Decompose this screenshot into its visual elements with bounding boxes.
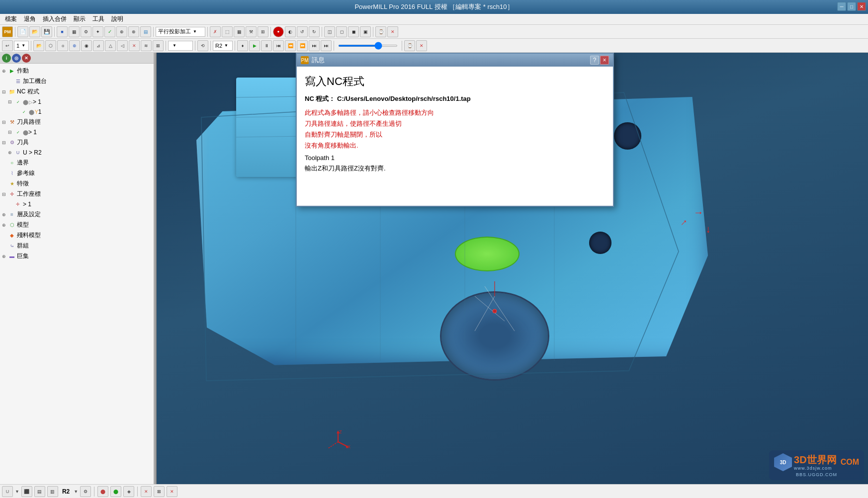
play-btn[interactable]: ▶ [249,40,260,51]
bottom-btn-c[interactable]: ◈ [123,486,134,497]
btn-q[interactable]: ↻ [309,26,320,37]
btn-i[interactable]: ✗ [210,26,221,37]
menu-view[interactable]: 退角 [21,14,39,24]
t2-btn-e[interactable]: ◉ [81,40,92,51]
bottom-btn-a[interactable]: ⬤ [97,486,108,497]
tree-item-model[interactable]: ⊕ ⬡ 模型 [0,220,156,230]
bottom-icon-u[interactable]: U [2,486,13,497]
tree-item-tp-1[interactable]: ⊟ ✓ ⬤ > 1 [0,127,156,137]
tree-item-layers[interactable]: ⊕ ≡ 層及設定 [0,209,156,220]
bottom-btn-e[interactable]: ⊠ [154,486,165,497]
tree-item-nc-programs[interactable]: ⊟ 📁 NC 程式 [0,86,156,97]
btn-f[interactable]: ⊕ [116,26,127,37]
menu-display[interactable]: 顯示 [71,14,88,24]
fwd-btn[interactable]: ⏩ [297,40,308,51]
panel-icon-blue[interactable]: ◎ [12,54,21,63]
t2-btn-j[interactable]: ≋ [141,40,152,51]
btn-p[interactable]: ↺ [297,26,308,37]
t2-close[interactable]: ✕ [416,40,427,51]
maximize-button[interactable]: □ [847,2,856,11]
dialog-help-button[interactable]: ? [590,56,599,65]
prev-btn[interactable]: ⏮ [273,40,284,51]
undo-btn[interactable]: ↩ [2,40,13,51]
tree-item-ref-lines[interactable]: ⌇ 參考線 [0,168,156,178]
sim-btn-1[interactable]: ⬛ [21,486,32,497]
tree-item-workcoord[interactable]: ⊟ ✛ 工作座標 [0,189,156,199]
panel-icon-red[interactable]: ✕ [22,54,31,63]
tree-item-toolpath[interactable]: ⊟ ⚒ 刀具路徑 [0,117,156,127]
btn-u[interactable]: ▣ [360,26,371,37]
tree-item-machine[interactable]: ☰ 加工機台 [0,76,156,86]
t2-btn-h[interactable]: ◁ [117,40,128,51]
btn-o[interactable]: ◐ [285,26,296,37]
t2-btn-m[interactable]: ♦ [237,40,248,51]
btn-j[interactable]: ⬚ [222,26,233,37]
btn-r[interactable]: ◫ [324,26,335,37]
r2-dropdown[interactable]: R2 ▼ [213,41,233,51]
t2-btn-l[interactable]: ⟲ [197,40,208,51]
t2-btn-g[interactable]: △ [105,40,116,51]
close-button[interactable]: ✕ [857,2,866,11]
tree-item-stock[interactable]: ◆ 殘料模型 [0,230,156,241]
open-button[interactable]: 📂 [29,26,40,37]
btn-x[interactable]: ✕ [387,26,398,37]
t2-btn-n[interactable]: ⌚ [404,40,415,51]
sim-btn-2[interactable]: ▤ [34,486,45,497]
menu-insert[interactable]: 插入合併 [40,14,70,24]
history-dropdown[interactable]: 1 ▼ [14,41,29,51]
bottom-btn-d[interactable]: ✕ [141,486,152,497]
tree-item-macro[interactable]: ⊕ ▬ 巨集 [0,251,156,261]
tree-item-action[interactable]: ⊕ ▶ 作動 [0,66,156,76]
tree-item-boundary[interactable]: ○ 邊界 [0,158,156,168]
btn-t[interactable]: ◼ [348,26,359,37]
minimize-button[interactable]: ─ [837,2,846,11]
t2-btn-k[interactable]: ⊠ [153,40,164,51]
tree-item-nc-1-leaf[interactable]: ✓ ⬤ Y 1 [0,107,156,117]
bottom-btn-b[interactable]: ⬤ [110,486,121,497]
tree-item-r2[interactable]: ⊕ U U > R2 [0,148,156,158]
btn-n[interactable]: ● [273,26,284,37]
menu-file[interactable]: 檔案 [2,14,20,24]
btn-e[interactable]: ✓ [104,26,115,37]
machining-type-dropdown[interactable]: 平行投影加工 ▼ [156,27,205,37]
btn-l[interactable]: ⚒ [246,26,257,37]
end-btn[interactable]: ⏭ [321,40,332,51]
menu-tools[interactable]: 工具 [89,14,107,24]
panel-resize-handle[interactable] [154,53,156,484]
btn-c[interactable]: ⚙ [81,26,91,37]
tree-item-group[interactable]: ⤿ 群組 [0,241,156,251]
save-button[interactable]: 💾 [41,26,52,37]
t2-btn-f[interactable]: ⊿ [93,40,104,51]
btn-d[interactable]: ✦ [92,26,103,37]
btn-k[interactable]: ▦ [234,26,245,37]
rew-btn[interactable]: ⏪ [285,40,296,51]
btn-s[interactable]: ◻ [336,26,347,37]
t2-btn-c[interactable]: ⌾ [57,40,68,51]
t2-btn-b[interactable]: ⬡ [45,40,56,51]
dialog-close-button[interactable]: × [600,56,609,65]
btn-v[interactable]: ⌚ [375,26,386,37]
new-button[interactable]: 📄 [17,26,28,37]
view-dropdown[interactable]: ▼ [168,41,193,51]
app-icon-button[interactable]: PM [2,26,13,37]
pause-btn[interactable]: ⏸ [261,40,272,51]
t2-btn-a[interactable]: 📂 [33,40,44,51]
btn-b[interactable]: ▦ [69,26,80,37]
tree-item-nc-1[interactable]: ⊟ ✓ ⬤ ▷ > 1 [0,97,156,107]
btn-m[interactable]: ⊞ [258,26,268,37]
btn-a[interactable]: ■ [57,26,68,37]
btn-h[interactable]: ▤ [140,26,151,37]
speed-slider[interactable] [338,45,398,47]
bottom-btn-f[interactable]: ✕ [167,486,177,497]
tree-item-tools[interactable]: ⊟ ⚙ 刀具 [0,137,156,148]
menu-help[interactable]: 說明 [108,14,126,24]
t2-btn-i[interactable]: ✕ [129,40,140,51]
panel-icon-green[interactable]: i [2,54,11,63]
bottom-btn-settings[interactable]: ⚙ [80,486,91,497]
ff-btn[interactable]: ⏭ [309,40,320,51]
tree-item-features[interactable]: ★ 特徵 [0,178,156,189]
tree-item-wc-1[interactable]: ✛ > 1 [0,199,156,209]
sim-btn-3[interactable]: ▥ [47,486,58,497]
t2-btn-d[interactable]: ⊕ [69,40,80,51]
btn-g[interactable]: ⊗ [128,26,139,37]
